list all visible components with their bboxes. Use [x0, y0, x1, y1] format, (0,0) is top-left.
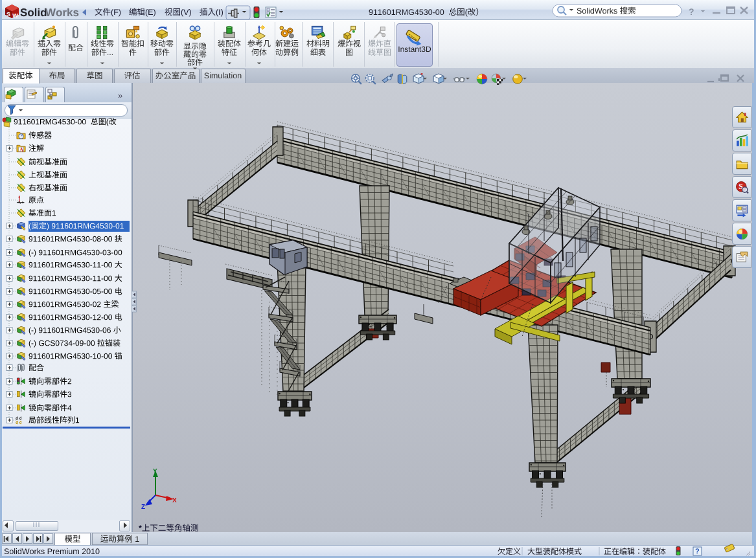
svg-text:S: S: [6, 11, 10, 17]
svg-text:A: A: [19, 147, 23, 153]
svg-text:W: W: [12, 12, 18, 19]
